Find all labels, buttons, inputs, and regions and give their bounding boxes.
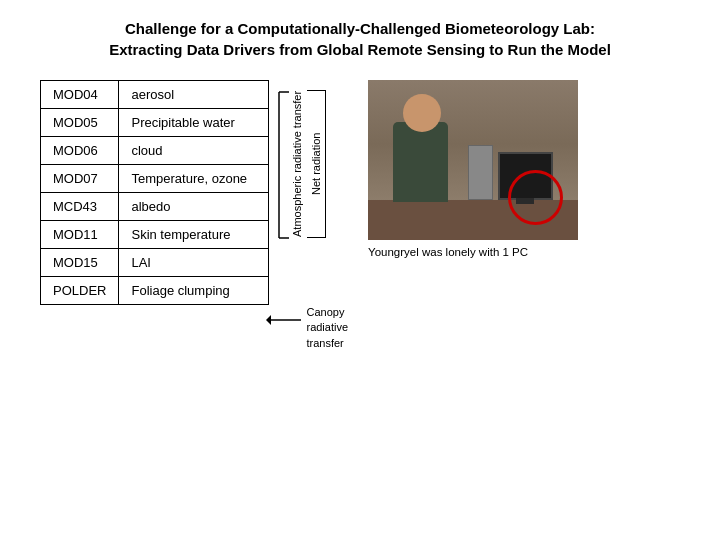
person-image bbox=[368, 80, 578, 240]
table-row: MOD15LAI bbox=[41, 249, 269, 277]
canopy-arrow bbox=[266, 305, 306, 335]
red-circle-highlight bbox=[508, 170, 563, 225]
table-row: MCD43albedo bbox=[41, 193, 269, 221]
row-id: MOD07 bbox=[41, 165, 119, 193]
net-radiation-label: Net radiation bbox=[307, 90, 326, 238]
main-content: MOD04aerosolMOD05Precipitable waterMOD06… bbox=[0, 70, 720, 351]
page-title: Challenge for a Computationally-Challeng… bbox=[0, 0, 720, 70]
table-row: MOD05Precipitable water bbox=[41, 109, 269, 137]
atmospheric-bracket-svg bbox=[269, 90, 291, 305]
table-section: MOD04aerosolMOD05Precipitable waterMOD06… bbox=[40, 80, 326, 305]
row-label: Precipitable water bbox=[119, 109, 269, 137]
image-caption: Youngryel was lonely with 1 PC bbox=[368, 246, 528, 258]
table-row: MOD07Temperature, ozone bbox=[41, 165, 269, 193]
row-label: LAI bbox=[119, 249, 269, 277]
row-label: Temperature, ozone bbox=[119, 165, 269, 193]
table-row: MOD06cloud bbox=[41, 137, 269, 165]
table-row: MOD11Skin temperature bbox=[41, 221, 269, 249]
row-id: MOD11 bbox=[41, 221, 119, 249]
canopy-section: Canopy radiative transfer bbox=[266, 305, 348, 351]
table-row: POLDERFoliage clumping bbox=[41, 277, 269, 305]
canopy-label: Canopy radiative transfer bbox=[306, 305, 348, 351]
row-id: MCD43 bbox=[41, 193, 119, 221]
row-label: Foliage clumping bbox=[119, 277, 269, 305]
row-id: MOD06 bbox=[41, 137, 119, 165]
row-label: Skin temperature bbox=[119, 221, 269, 249]
row-label: albedo bbox=[119, 193, 269, 221]
row-id: POLDER bbox=[41, 277, 119, 305]
row-id: MOD05 bbox=[41, 109, 119, 137]
atmospheric-label: Atmospheric radiative transfer bbox=[291, 90, 303, 238]
row-id: MOD15 bbox=[41, 249, 119, 277]
data-table: MOD04aerosolMOD05Precipitable waterMOD06… bbox=[40, 80, 269, 305]
row-id: MOD04 bbox=[41, 81, 119, 109]
row-label: cloud bbox=[119, 137, 269, 165]
svg-marker-4 bbox=[266, 315, 271, 325]
right-section: Youngryel was lonely with 1 PC bbox=[368, 80, 578, 258]
table-row: MOD04aerosol bbox=[41, 81, 269, 109]
row-label: aerosol bbox=[119, 81, 269, 109]
